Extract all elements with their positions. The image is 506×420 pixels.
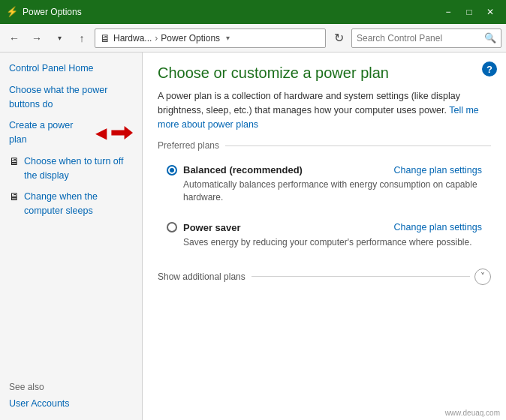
sidebar-turn-off-display-row: 🖥 Choose when to turn off the display: [9, 154, 133, 183]
help-icon[interactable]: ?: [482, 62, 497, 76]
minimize-button[interactable]: −: [438, 4, 458, 20]
monitor-icon: 🖥: [9, 155, 20, 167]
plan-balanced-left: Balanced (recommended): [167, 164, 303, 176]
sidebar-choose-buttons[interactable]: Choose what the power buttons do: [9, 83, 133, 112]
chevron-down-icon: ˅: [474, 268, 491, 285]
create-power-plan-row: Create a power plan ◀: [9, 118, 133, 147]
sidebar-see-also-label: See also: [9, 382, 133, 392]
nav-bar: ← → ▾ ↑ 🖥 Hardwa... › Power Options ▾ ↻ …: [0, 24, 506, 52]
red-arrow-annotation: ◀: [95, 122, 107, 144]
plan-power-saver-name: Power saver: [183, 222, 241, 233]
search-input[interactable]: [357, 33, 484, 44]
content-description: A power plan is a collection of hardware…: [158, 89, 491, 131]
maximize-button[interactable]: □: [459, 4, 479, 20]
sleep-icon: 🖥: [9, 190, 20, 202]
plan-balanced-header: Balanced (recommended) Change plan setti…: [167, 164, 482, 176]
change-plan-power-saver-link[interactable]: Change plan settings: [394, 222, 482, 232]
sidebar-user-accounts[interactable]: User Accounts: [9, 397, 133, 411]
plan-balanced-desc: Automatically balances performance with …: [183, 178, 482, 204]
search-box[interactable]: 🔍: [351, 28, 501, 48]
breadcrumb-dropdown-arrow: ▾: [226, 34, 230, 42]
refresh-button[interactable]: ↻: [329, 28, 348, 48]
plan-balanced: Balanced (recommended) Change plan setti…: [158, 157, 491, 212]
page-title: Choose or customize a power plan: [158, 64, 491, 82]
change-plan-balanced-link[interactable]: Change plan settings: [394, 165, 482, 176]
breadcrumb[interactable]: 🖥 Hardwa... › Power Options ▾: [95, 28, 326, 48]
breadcrumb-sep1: ›: [155, 33, 158, 44]
breadcrumb-icon: 🖥: [100, 32, 110, 44]
breadcrumb-part2: Power Options: [161, 33, 220, 44]
breadcrumb-part1: Hardwa...: [113, 33, 152, 44]
sidebar-turn-off-display[interactable]: Choose when to turn off the display: [24, 154, 133, 183]
description-text: A power plan is a collection of hardware…: [158, 91, 460, 116]
dropdown-button[interactable]: ▾: [50, 28, 69, 48]
sidebar: Control Panel Home Choose what the power…: [0, 52, 143, 420]
section-preferred-plans-label: Preferred plans: [158, 140, 491, 151]
radio-power-saver[interactable]: [167, 222, 177, 232]
sidebar-change-sleep-row: 🖥 Change when the computer sleeps: [9, 190, 133, 218]
section-divider: [225, 146, 491, 146]
close-button[interactable]: ✕: [480, 4, 500, 20]
forward-button[interactable]: →: [27, 28, 47, 48]
sidebar-change-sleep[interactable]: Change when the computer sleeps: [24, 190, 133, 218]
create-power-plan-text: Create a power plan: [9, 118, 89, 147]
main-container: Control Panel Home Choose what the power…: [0, 52, 506, 420]
sidebar-create-power-plan[interactable]: Create a power plan ◀: [9, 118, 133, 147]
up-button[interactable]: ↑: [72, 28, 92, 48]
sidebar-bottom: See also User Accounts: [9, 382, 133, 411]
plan-balanced-name: Balanced (recommended): [183, 164, 303, 176]
title-bar: ⚡ Power Options − □ ✕: [0, 0, 506, 24]
show-additional-text: Show additional plans: [158, 272, 245, 282]
sidebar-control-panel-home[interactable]: Control Panel Home: [9, 62, 133, 76]
back-button[interactable]: ←: [5, 28, 24, 48]
title-bar-controls: − □ ✕: [438, 4, 500, 20]
watermark: www.deuaq.com: [445, 409, 500, 417]
show-additional-plans[interactable]: Show additional plans ˅: [158, 268, 491, 285]
app-icon: ⚡: [6, 6, 18, 18]
content-area: ? Choose or customize a power plan A pow…: [143, 52, 506, 420]
red-arrow-shape: [111, 126, 133, 140]
section-label-text: Preferred plans: [158, 140, 219, 151]
radio-balanced[interactable]: [167, 165, 177, 176]
plan-power-saver-desc: Saves energy by reducing your computer's…: [183, 236, 482, 249]
plan-power-saver-header: Power saver Change plan settings: [167, 222, 482, 233]
additional-plans-divider: [251, 276, 470, 277]
title-bar-left: ⚡ Power Options: [6, 6, 82, 18]
plan-power-saver-left: Power saver: [167, 222, 241, 233]
search-icon[interactable]: 🔍: [484, 32, 496, 44]
plan-power-saver: Power saver Change plan settings Saves e…: [158, 214, 491, 256]
title-bar-title: Power Options: [23, 7, 82, 17]
sidebar-top: Control Panel Home Choose what the power…: [9, 62, 133, 226]
